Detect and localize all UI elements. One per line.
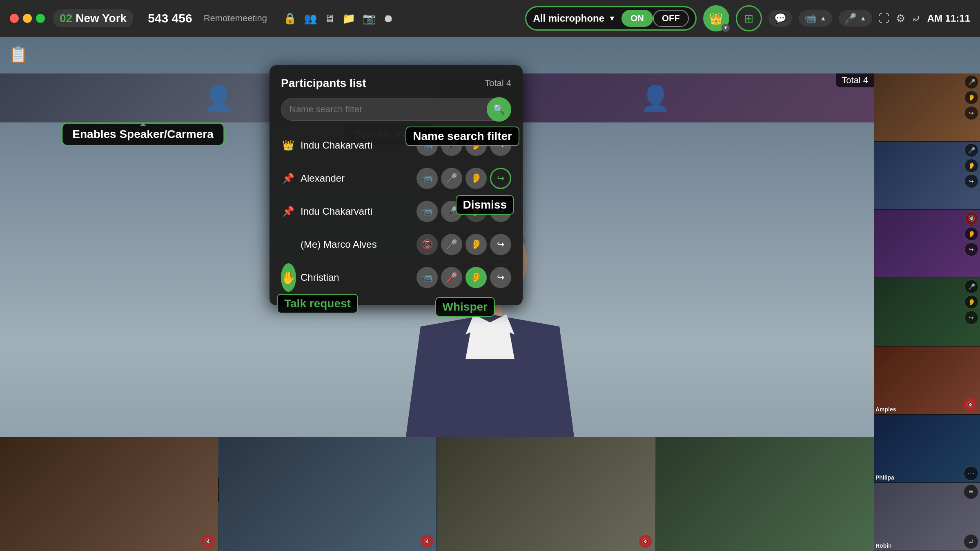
no-icon-4 [281, 237, 296, 252]
bottom-thumb-2[interactable]: 🔇 [219, 437, 437, 551]
sidebar-name-7: Robin [875, 542, 892, 549]
sidebar-cell-4[interactable]: 🎤 👂 ↪ [874, 278, 980, 346]
monitor-icon[interactable]: 🖥 [324, 12, 335, 25]
sidebar-cell-2[interactable]: 🎤 👂 ↪ [874, 142, 980, 210]
sidebar-name-5: Amples [875, 406, 896, 413]
mic-toggle-label: All microphone [533, 13, 604, 24]
sidebar-ear-1[interactable]: 👂 [964, 91, 978, 104]
sidebar-mic-2[interactable]: 🎤 [964, 143, 978, 157]
lock-icon[interactable]: 🔒 [283, 12, 296, 25]
camera-group[interactable]: 📹 ▲ [799, 10, 832, 27]
mic-off-button[interactable]: OFF [653, 10, 689, 27]
exit-icon[interactable]: ⤾ [912, 12, 921, 25]
sidebar-cell-4-controls: 🎤 👂 ↪ [964, 280, 978, 324]
host-crown-button[interactable]: 👑 ▼ [703, 5, 729, 31]
sidebar-cell-1-controls: 🎤 👂 ↪ [964, 75, 978, 120]
document-icon[interactable]: 📋 [8, 45, 29, 64]
fullscreen-icon[interactable]: ⛶ [879, 12, 889, 25]
pin-icon-3: 📌 [281, 204, 296, 219]
talk-request-button[interactable]: ✋ Talk request [281, 263, 296, 292]
sidebar-cell-3-controls: 🔇 👂 ↪ [964, 211, 978, 256]
mic-toggle-group: All microphone ▼ ON OFF [525, 6, 697, 31]
bottom-thumb-4[interactable] [656, 437, 874, 551]
sidebar-name-6: Philipa [875, 474, 894, 481]
camera-btn-2[interactable]: 📹 [416, 168, 438, 189]
video-icon: 📹 [804, 13, 817, 24]
speaker-camera-tooltip-text: Enables Speaker/Carmera [72, 128, 214, 140]
titlebar-icons: 🔒 👥 🖥 📁 📷 ⏺ [283, 12, 394, 25]
sidebar-ear-3[interactable]: 👂 [964, 227, 978, 241]
mic-group[interactable]: 🎤 ▲ [839, 10, 872, 27]
whisper-btn-5[interactable]: 👂 Whisper [466, 267, 487, 288]
dismiss-tooltip: Dismiss [456, 195, 514, 215]
panel-title: Participants list [281, 77, 366, 90]
close-button[interactable] [10, 14, 19, 23]
thumb-mute-icon-3: 🔇 [639, 535, 652, 548]
mic-btn-2[interactable]: 🎤 [441, 168, 462, 189]
participant-controls-2: 📹 🎤 👂 ↪ Dismiss [416, 168, 511, 189]
sidebar-mic-1[interactable]: 🎤 [964, 75, 978, 89]
camera-icon[interactable]: 📷 [363, 12, 376, 25]
crown-icon: 👑 [709, 12, 723, 25]
sidebar-ear-2[interactable]: 👂 [964, 159, 978, 173]
participant-row-2: 📌 Alexander 📹 🎤 👂 ↪ Dismiss [281, 162, 511, 195]
sidebar-exit-2[interactable]: ↪ [964, 174, 978, 188]
talk-request-tooltip: Talk request [277, 294, 358, 313]
mic-btn-4[interactable]: 🎤 [441, 234, 462, 255]
thumb-mute-icon-1: 🔇 [202, 535, 215, 548]
sidebar-more-6[interactable]: ⋯ [964, 466, 978, 481]
search-button[interactable]: 🔍 [487, 97, 511, 122]
pin-icon-2: 📌 [281, 171, 296, 186]
sidebar-cell-3[interactable]: 🔇 👂 ↪ [874, 210, 980, 278]
camera-btn-4[interactable]: 📵 [416, 234, 438, 255]
sidebar-cell-7[interactable]: Robin ≡ ⤾ [874, 483, 980, 551]
sidebar-mic-3[interactable]: 🔇 [964, 211, 978, 225]
sidebar-exit-7[interactable]: ⤾ [964, 534, 978, 549]
sidebar-more-7[interactable]: ≡ [964, 484, 978, 499]
sidebar-exit-4[interactable]: ↪ [964, 311, 978, 324]
screen-share-button[interactable]: ⊞ [736, 5, 762, 31]
settings-icon[interactable]: ⚙ [896, 12, 905, 25]
caption-button[interactable]: 💬 [768, 10, 792, 27]
camera-btn-3[interactable]: 📹 [416, 201, 438, 222]
sidebar-ear-4[interactable]: 👂 [964, 295, 978, 309]
panel-header: Participants list Total 4 [281, 77, 511, 90]
sidebar-cell-5[interactable]: 🔇 Amples [874, 347, 980, 415]
window-controls[interactable] [10, 14, 45, 23]
sidebar-cell-2-controls: 🎤 👂 ↪ [964, 143, 978, 188]
exit-btn-2[interactable]: ↪ Dismiss [490, 168, 511, 189]
ear-btn-2[interactable]: 👂 [466, 168, 487, 189]
ear-btn-4[interactable]: 👂 [466, 234, 487, 255]
record-icon[interactable]: ⏺ [383, 12, 394, 25]
search-icon: 🔍 [493, 104, 505, 115]
sidebar-exit-1[interactable]: ↪ [964, 106, 978, 120]
thumb-mute-icon-2: 🔇 [420, 535, 433, 548]
participant-name-1: Indu Chakarvarti [301, 140, 412, 151]
sidebar-cell-6[interactable]: Philipa ⋯ [874, 415, 980, 483]
minimize-button[interactable] [23, 14, 32, 23]
total-badge: Total 4 [836, 73, 874, 87]
mic-dropdown-arrow[interactable]: ▼ [608, 14, 616, 23]
mic-btn-5[interactable]: 🎤 [441, 267, 462, 288]
maximize-button[interactable] [36, 14, 45, 23]
room-badge: 02 New York [53, 9, 133, 27]
camera-chevron[interactable]: ▲ [820, 15, 826, 22]
users-icon[interactable]: 👥 [304, 12, 317, 25]
exit-btn-4[interactable]: ↪ [490, 234, 511, 255]
mic-chevron[interactable]: ▲ [860, 15, 866, 22]
sidebar-cell-1[interactable]: 🎤 👂 ↪ [874, 73, 980, 142]
participants-panel: Participants list Total 4 🔍 Name search … [270, 65, 523, 305]
sidebar-exit-3[interactable]: ↪ [964, 242, 978, 256]
search-input[interactable] [281, 98, 511, 121]
camera-btn-5[interactable]: 📹 [416, 267, 438, 288]
crown-dropdown[interactable]: ▼ [722, 24, 730, 32]
bottom-thumb-3[interactable]: 🔇 [437, 437, 655, 551]
bottom-thumb-1[interactable]: 🔇 [0, 437, 218, 551]
folder-icon[interactable]: 📁 [342, 12, 355, 25]
participant-row-5: ✋ Talk request Christian 📹 🎤 👂 Whisper ↪ [281, 261, 511, 294]
exit-btn-5[interactable]: ↪ [490, 267, 511, 288]
time-display: AM 11:11 [927, 13, 970, 24]
mic-on-button[interactable]: ON [621, 10, 653, 27]
sidebar-mic-4[interactable]: 🎤 [964, 280, 978, 293]
titlebar-right: All microphone ▼ ON OFF 👑 ▼ ⊞ 💬 📹 ▲ 🎤 ▲ … [525, 5, 970, 31]
